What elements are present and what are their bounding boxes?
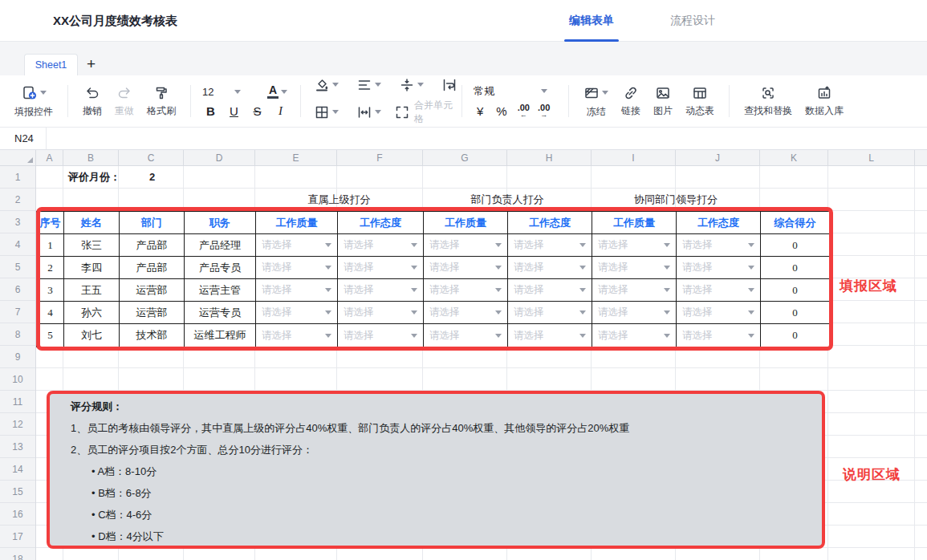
cell-title[interactable]: 运维工程师 [185,324,256,347]
sheet-tab-sheet1[interactable]: Sheet1 [24,54,78,75]
cell-dept[interactable]: 运营部 [120,302,185,324]
row-header-5[interactable]: 5 [0,256,35,278]
select-dropdown[interactable]: 请选择 [677,279,761,302]
cell-serial[interactable]: 2 [37,257,64,279]
row-header-9[interactable]: 9 [0,346,35,368]
cell-score[interactable]: 0 [761,257,829,279]
add-sheet-button[interactable]: + [87,55,96,74]
select-dropdown[interactable]: 请选择 [508,257,592,279]
format-painter-button[interactable]: 格式刷 [140,85,182,118]
select-dropdown[interactable]: 请选择 [424,257,508,279]
th-attitude-2[interactable]: 工作态度 [508,212,592,234]
select-dropdown[interactable]: 请选择 [677,257,761,279]
find-replace-button[interactable]: 查找和替换 [738,85,799,118]
cell-title[interactable]: 运营主管 [185,279,256,302]
th-quality-1[interactable]: 工作质量 [256,212,338,234]
eval-month-label-cell[interactable]: 评价月份： [68,166,120,189]
select-dropdown[interactable]: 请选择 [338,302,424,324]
column-header-e[interactable]: E [255,150,337,165]
group-header-direct-supervisor[interactable]: 直属上级打分 [255,189,423,211]
fill-control-button[interactable]: 填报控件 [8,84,59,119]
column-header-d[interactable]: D [184,150,255,165]
cell-name[interactable]: 王五 [64,279,120,302]
bold-button[interactable]: B [199,104,222,118]
cell-serial[interactable]: 5 [37,324,64,347]
row-header-4[interactable]: 4 [0,233,35,256]
cell-score[interactable]: 0 [761,324,829,347]
dynamic-table-button[interactable]: 动态表 [679,85,721,118]
decrease-decimal-button[interactable]: .00 ← [514,104,534,119]
cell-score[interactable]: 0 [761,279,829,302]
row-header-1[interactable]: 1 [0,166,35,189]
select-dropdown[interactable]: 请选择 [508,302,592,324]
cell-dept[interactable]: 运营部 [120,279,185,302]
select-dropdown[interactable]: 请选择 [256,257,338,279]
italic-button[interactable]: I [269,104,292,118]
column-header-h[interactable]: H [507,150,592,165]
group-header-dept-manager[interactable]: 部门负责人打分 [423,189,592,211]
select-dropdown[interactable]: 请选择 [338,324,424,347]
select-dropdown[interactable]: 请选择 [677,234,761,257]
column-header-l[interactable]: L [828,150,915,165]
select-all-corner[interactable] [0,150,36,165]
column-header-f[interactable]: F [337,150,423,165]
select-dropdown[interactable]: 请选择 [592,302,677,324]
column-header-a[interactable]: A [36,150,63,165]
row-header-17[interactable]: 17 [0,526,35,548]
cell-name[interactable]: 李四 [64,257,120,279]
select-dropdown[interactable]: 请选择 [338,257,424,279]
row-header-13[interactable]: 13 [0,436,35,458]
group-header-collab-leader[interactable]: 协同部门领导打分 [592,189,760,211]
select-dropdown[interactable]: 请选择 [508,324,592,347]
select-dropdown[interactable]: 请选择 [338,234,424,257]
underline-button[interactable]: U [222,104,246,118]
indent-button[interactable] [352,104,386,120]
th-attitude-3[interactable]: 工作态度 [677,212,761,234]
select-dropdown[interactable]: 请选择 [424,324,508,347]
cell-score[interactable]: 0 [761,302,829,324]
merge-cells-button[interactable]: 合并单元格 [394,99,453,126]
percent-button[interactable]: % [490,104,513,118]
freeze-button[interactable]: 冻结 [577,84,615,119]
cell-dept[interactable]: 产品部 [120,234,185,257]
select-dropdown[interactable]: 请选择 [424,234,508,257]
select-dropdown[interactable]: 请选择 [508,279,592,302]
strikethrough-button[interactable]: S [246,104,269,118]
tab-process-design[interactable]: 流程设计 [665,0,720,42]
cell-reference-box[interactable]: N24 [0,128,47,149]
text-wrap-button[interactable] [437,77,462,93]
image-button[interactable]: 图片 [647,85,679,118]
select-dropdown[interactable]: 请选择 [592,279,677,302]
cell-dept[interactable]: 产品部 [120,257,185,279]
row-header-14[interactable]: 14 [0,458,35,481]
row-header-7[interactable]: 7 [0,301,35,323]
row-header-6[interactable]: 6 [0,278,35,301]
row-header-16[interactable]: 16 [0,503,35,526]
cell-dept[interactable]: 技术部 [120,324,185,347]
select-dropdown[interactable]: 请选择 [592,257,677,279]
cell-title[interactable]: 运营专员 [185,302,256,324]
scoring-rules-box[interactable]: 评分规则： 1、员工的考核由领导评分，其中直属上级的评分占40%权重、部门负责人… [47,391,825,549]
row-header-2[interactable]: 2 [0,189,35,211]
tab-edit-form[interactable]: 编辑表单 [564,0,619,42]
data-store-button[interactable]: 数据入库 [799,85,850,118]
font-size-select[interactable]: 12 [199,86,244,98]
select-dropdown[interactable]: 请选择 [256,302,338,324]
cell-name[interactable]: 张三 [64,234,120,257]
row-header-12[interactable]: 12 [0,413,35,436]
fill-color-button[interactable] [309,77,344,93]
redo-button[interactable]: 重做 [108,85,140,118]
th-quality-2[interactable]: 工作质量 [424,212,508,234]
row-header-11[interactable]: 11 [0,391,35,413]
select-dropdown[interactable]: 请选择 [677,302,761,324]
row-header-15[interactable]: 15 [0,481,35,503]
select-dropdown[interactable]: 请选择 [592,324,677,347]
select-dropdown[interactable]: 请选择 [508,234,592,257]
column-header-k[interactable]: K [760,150,828,165]
borders-button[interactable] [309,104,344,120]
select-dropdown[interactable]: 请选择 [424,279,508,302]
cell-serial[interactable]: 1 [37,234,64,257]
row-header-10[interactable]: 10 [0,368,35,391]
font-color-button[interactable]: A [262,84,292,99]
select-dropdown[interactable]: 请选择 [338,279,424,302]
